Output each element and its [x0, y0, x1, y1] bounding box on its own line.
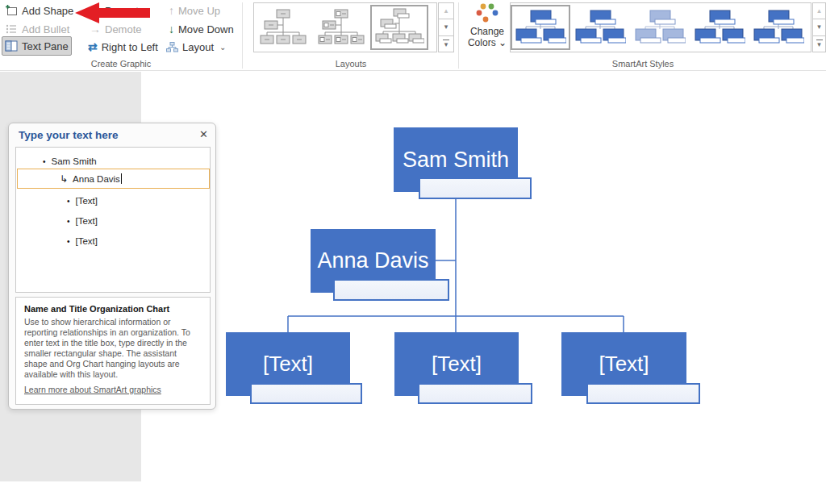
layout-thumb-name-title[interactable] [370, 5, 428, 50]
scroll-up-icon: ▴ [817, 7, 821, 15]
add-bullet-label: Add Bullet [22, 23, 69, 35]
move-down-label: Move Down [178, 23, 234, 35]
move-down-icon: ↓ [169, 23, 174, 35]
assistant-arrow-icon: ↳ [60, 173, 68, 185]
layouts-scroll-up-button[interactable]: ▴ [438, 2, 454, 19]
layout-info-panel: Name and Title Organization Chart Use to… [15, 297, 211, 405]
add-bullet-icon [5, 23, 18, 35]
list-item-text-1[interactable]: • [Text] [67, 194, 98, 208]
layouts-scroll-down-button[interactable]: ▾ [438, 19, 454, 35]
chevron-down-icon: ⌄ [219, 43, 226, 52]
layout-info-description: Use to show hierarchical information or … [24, 317, 202, 380]
move-up-label: Move Up [178, 5, 220, 17]
org-node-root-title-box[interactable] [419, 177, 532, 199]
styles-gallery-scroll: ▴ ▾ ▾ [812, 2, 826, 52]
group-separator [242, 2, 243, 69]
more-icon: ▾ [817, 41, 821, 48]
layout-thumb-picture[interactable] [312, 5, 370, 50]
change-colors-label-2: Colors ⌄ [468, 37, 507, 48]
layout-icon [165, 40, 178, 53]
style-thumb-4[interactable] [690, 5, 749, 50]
smartart-styles-gallery [510, 2, 811, 52]
bullet-icon: • [67, 237, 70, 246]
group-label-smartart-styles: SmartArt Styles [460, 59, 826, 69]
scroll-up-icon: ▴ [444, 7, 448, 15]
group-label-layouts: Layouts [244, 59, 458, 69]
add-shape-label: Add Shape [22, 5, 73, 17]
scroll-down-icon: ▾ [817, 23, 821, 31]
add-shape-icon [5, 4, 18, 17]
demote-label: Demote [105, 23, 142, 35]
bullet-icon: • [67, 197, 70, 206]
right-to-left-label: Right to Left [102, 41, 158, 53]
style-thumb-5[interactable] [749, 5, 807, 50]
group-separator [458, 2, 459, 69]
layout-button[interactable]: Layout ⌄ [163, 38, 228, 56]
chevron-down-icon: ⌄ [499, 37, 507, 48]
org-node-child-2-title-box[interactable] [418, 383, 532, 404]
change-colors-icon [474, 2, 500, 26]
styles-scroll-down-button[interactable]: ▾ [812, 19, 826, 35]
text-pane-list: • Sam Smith ↳ Anna Davis • [Text] • [Tex… [15, 147, 211, 293]
layouts-gallery [253, 2, 437, 52]
text-pane-icon [5, 40, 18, 52]
bullet-icon: • [43, 157, 46, 166]
add-bullet-button[interactable]: Add Bullet [2, 20, 72, 38]
list-item-label: [Text] [76, 216, 98, 226]
list-item-sam-smith[interactable]: • Sam Smith [43, 154, 97, 169]
text-pane-title: Type your text here [19, 129, 119, 141]
scroll-down-icon: ▾ [444, 23, 448, 31]
right-to-left-icon: ⇄ [88, 40, 98, 53]
demote-icon: → [90, 23, 101, 35]
move-up-button[interactable]: ↑ Move Up [166, 2, 223, 19]
bullet-icon: • [67, 217, 70, 226]
style-thumb-3[interactable] [630, 5, 690, 50]
list-item-label: [Text] [76, 196, 98, 206]
list-item-text-2[interactable]: • [Text] [67, 214, 98, 228]
learn-more-link[interactable]: Learn more about SmartArt graphics [24, 385, 161, 394]
layout-info-title: Name and Title Organization Chart [24, 304, 202, 314]
list-item-label: Anna Davis [73, 174, 120, 184]
move-down-button[interactable]: ↓ Move Down [166, 20, 236, 38]
change-colors-label-1: Change [470, 26, 504, 37]
text-pane-button[interactable]: Text Pane [2, 36, 72, 56]
list-item-label: Sam Smith [52, 156, 97, 166]
right-to-left-button[interactable]: ⇄ Right to Left [86, 38, 161, 56]
list-item-text-3[interactable]: • [Text] [67, 234, 98, 248]
smartart-text-pane: Type your text here ✕ • Sam Smith ↳ Anna… [8, 123, 216, 410]
change-colors-button[interactable]: Change Colors ⌄ [465, 2, 509, 58]
text-cursor [121, 173, 122, 184]
app-window: Add Shape ⌄ Add Bullet Text Pane ← Promo… [0, 0, 826, 504]
style-thumb-1[interactable] [511, 5, 570, 50]
layout-thumb-basic[interactable] [254, 5, 312, 50]
styles-scroll-up-button[interactable]: ▴ [812, 2, 826, 19]
style-thumb-2[interactable] [570, 5, 630, 50]
group-label-create-graphic: Create Graphic [0, 59, 242, 69]
layout-label: Layout [182, 41, 214, 53]
layouts-gallery-scroll: ▴ ▾ ▾ [438, 2, 454, 52]
org-node-assistant-title-box[interactable] [333, 279, 449, 301]
list-item-anna-davis-selected[interactable]: ↳ Anna Davis [17, 169, 210, 189]
org-node-child-1-title-box[interactable] [250, 383, 362, 404]
red-arrow-annotation [73, 2, 152, 24]
move-up-icon: ↑ [169, 5, 174, 16]
styles-more-button[interactable]: ▾ [812, 36, 826, 52]
more-icon: ▾ [444, 41, 448, 48]
close-icon[interactable]: ✕ [199, 128, 208, 140]
layouts-more-button[interactable]: ▾ [438, 36, 454, 52]
list-item-label: [Text] [76, 236, 98, 246]
org-node-child-3-title-box[interactable] [586, 383, 700, 404]
text-pane-label: Text Pane [22, 40, 69, 52]
